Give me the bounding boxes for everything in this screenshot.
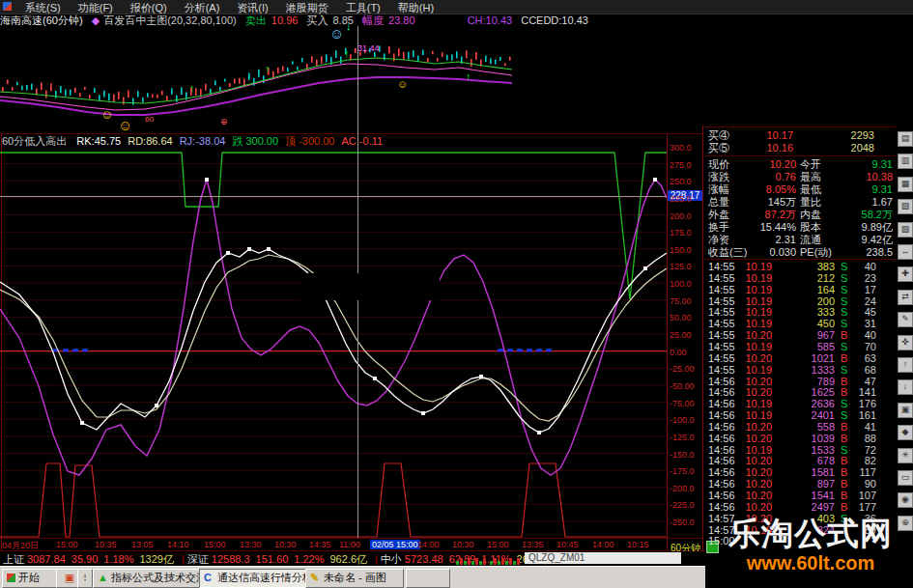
tick-row[interactable]: 14:5510.20967B40 [704, 329, 897, 341]
xaxis-label: 14:00 [592, 540, 614, 549]
info-value: 145万 [739, 196, 796, 208]
quicklaunch-toggle-icon[interactable]: ⁝ [77, 569, 93, 588]
tick-row[interactable]: 14:5610.20897B90 [704, 478, 897, 490]
bid-row[interactable]: 买⑤10.162048 [704, 142, 897, 154]
axis-right-border [702, 126, 703, 550]
tick-row[interactable]: 14:5610.201039B88 [704, 433, 897, 444]
task-window-1[interactable]: C通达信高速行情分析.. [199, 569, 309, 588]
tick-row[interactable]: 14:5610.20558B41 [704, 421, 897, 433]
tick-price: 10.20 [733, 352, 772, 364]
mini-bar [464, 561, 467, 565]
task-window-icon: ✎ [310, 570, 321, 586]
indicator-chart[interactable] [0, 147, 667, 539]
tick-row[interactable]: 14:5610.20789B47 [704, 376, 897, 387]
tick-count: 72 [851, 444, 876, 456]
tool-icon-4[interactable]: ▨ [898, 222, 913, 238]
tick-time: 14:56 [708, 433, 735, 444]
chart-marker-icon: ☺ [118, 118, 132, 132]
empty-task-button[interactable] [406, 569, 450, 588]
axis-label: -150.0 [670, 450, 701, 460]
xaxis-label: 13:35 [522, 540, 544, 549]
tick-row[interactable]: 14:5510.19585S70 [704, 341, 897, 352]
watermark-site-name: 乐淘公式网 [708, 517, 913, 551]
task-window-0[interactable]: ▲指标公式及技术交流.. [93, 569, 203, 588]
tick-count: 68 [851, 364, 876, 376]
tick-row[interactable]: 14:5610.192636S176 [704, 398, 897, 409]
task-window-2[interactable]: ✎未命名 - 画图 [305, 569, 404, 588]
axis-label: 75.00 [670, 296, 701, 306]
tool-icon-13[interactable]: ◆ [898, 425, 913, 440]
tool-icon-0[interactable]: ▤ [898, 131, 913, 147]
tool-icon-11[interactable]: ↓ [898, 379, 913, 395]
app-logo-icon[interactable] [3, 2, 12, 11]
price-chart[interactable] [0, 26, 512, 132]
tick-row[interactable]: 14:5510.19200S24 [704, 295, 897, 307]
tool-icon-14[interactable]: ✳ [898, 448, 913, 463]
quote-info-row: 外盘87.2万内盘58.2万 [704, 209, 897, 220]
tick-row[interactable]: 14:5510.201021B63 [704, 352, 897, 364]
tick-row[interactable]: 14:5510.19212S23 [704, 272, 897, 284]
ch-value: CH:10.43 [468, 14, 512, 26]
tick-row[interactable]: 14:5510.19164S17 [704, 284, 897, 295]
index-name: 中小 [381, 553, 402, 565]
tick-row[interactable]: 14:5510.19450S31 [704, 318, 897, 329]
tick-volume: 678 [782, 455, 835, 466]
tool-icon-16[interactable]: ◉ [898, 492, 913, 508]
bottom-status-bar: 上证3087.8435.901.18%1329亿|深证12588.3151.60… [0, 551, 705, 566]
tick-row[interactable]: 14:5610.192401S161 [704, 409, 897, 421]
tick-row[interactable]: 14:5510.19383S40 [704, 261, 897, 272]
quote-info-row: 换手15.44%股本9.89亿 [704, 221, 897, 233]
tick-time: 14:56 [708, 455, 735, 466]
tick-row[interactable]: 14:5610.20678B82 [704, 455, 897, 466]
mini-bar [513, 561, 516, 565]
axis-label: 225.0 [670, 194, 701, 204]
indicator-header: 60分低入高出 RK:45.75RD:86.64RJ:-38.04跌 300.0… [2, 134, 667, 146]
tick-row[interactable]: 14:5610.201581B117 [704, 466, 897, 478]
quote-info-row: 涨幅8.05%最低9.31 [704, 183, 897, 195]
tick-row[interactable]: 14:5610.202497B177 [704, 501, 897, 513]
tool-icon-2[interactable]: ▦ [898, 177, 913, 192]
crosshair-horizontal-line [0, 196, 667, 197]
taskbar: 开始 ▣ ⁝ ▲指标公式及技术交流..C通达信高速行情分析..✎未命名 - 画图 [0, 566, 705, 588]
tool-icon-8[interactable]: ✎ [898, 312, 913, 327]
tick-row[interactable]: 14:5610.191533S72 [704, 444, 897, 456]
tick-count: 24 [851, 295, 876, 307]
bid-row[interactable]: 买④10.172293 [704, 129, 897, 141]
info-value: 0.76 [739, 171, 796, 182]
tick-row[interactable]: 14:5510.19333S45 [704, 306, 897, 318]
tool-icon-3[interactable]: ▧ [898, 199, 913, 214]
tick-row[interactable]: 14:5610.201625B141 [704, 386, 897, 398]
tool-icon-7[interactable]: ⇄ [898, 290, 913, 305]
tick-count: 82 [851, 455, 876, 466]
task-window-icon: ▲ [98, 570, 108, 586]
tick-time: 14:56 [708, 466, 735, 478]
tool-icon-5[interactable]: ↔ [898, 244, 913, 260]
chart-title-bar: 海南高速(60分钟) ◆ 百发百中主图(20,32,80,100) 卖出 10.… [0, 14, 913, 26]
axis-label: -200.0 [670, 484, 701, 493]
start-button[interactable]: 开始 [2, 569, 58, 588]
tool-icon-1[interactable]: ▥ [898, 154, 913, 169]
tool-icon-9[interactable]: ✜ [898, 335, 913, 350]
indicator-name[interactable]: 60分低入高出 [2, 135, 67, 147]
xaxis-label: 14:00 [417, 540, 440, 549]
tick-side: S [841, 398, 847, 409]
tick-row[interactable]: 14:5610.201541B107 [704, 490, 897, 501]
info-label: 最低 [800, 183, 821, 195]
tool-icon-10[interactable]: ↑ [898, 357, 913, 373]
tick-side: B [841, 352, 847, 364]
index-segment: 深证12588.3151.601.22%962.6亿 [187, 552, 367, 567]
dots-icon: ⁝ [83, 572, 87, 583]
xaxis-label: 14:10 [167, 540, 189, 549]
tick-time: 14:55 [708, 295, 735, 307]
tool-icon-12[interactable]: ▣ [898, 403, 913, 418]
tick-price: 10.20 [733, 376, 772, 387]
formula-marker-icon: ◆ [92, 14, 100, 26]
index-amount: 1329亿 [140, 553, 174, 565]
tick-side: S [841, 444, 847, 456]
index-divider: | [375, 553, 378, 565]
tool-icon-6[interactable]: ✚ [898, 266, 913, 282]
tick-price: 10.19 [733, 306, 772, 318]
tick-row[interactable]: 14:5510.191333S68 [704, 364, 897, 376]
tick-count: 161 [851, 409, 876, 421]
tool-icon-15[interactable]: ▭ [898, 470, 913, 486]
